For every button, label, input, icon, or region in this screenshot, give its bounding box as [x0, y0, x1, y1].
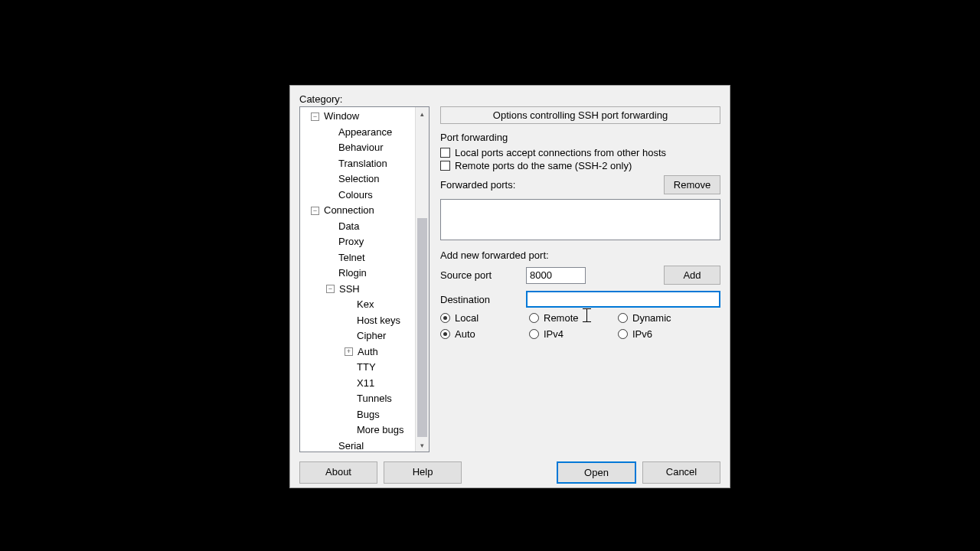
add-new-label: Add new forwarded port:: [440, 249, 720, 261]
about-button[interactable]: About: [299, 461, 377, 484]
tree-item-window[interactable]: −Window: [302, 109, 415, 125]
tree-item-host-keys[interactable]: Host keys: [302, 313, 415, 329]
radio-label: Dynamic: [632, 312, 671, 324]
tree-item-label: Telnet: [337, 250, 367, 266]
forwarded-ports-label: Forwarded ports:: [440, 179, 515, 191]
scroll-down-button[interactable]: ▾: [416, 439, 429, 452]
remove-button[interactable]: Remove: [664, 175, 720, 194]
tree-item-kex[interactable]: Kex: [302, 297, 415, 313]
open-button[interactable]: Open: [557, 461, 636, 484]
tree-item-label: TTY: [355, 360, 377, 376]
tree-item-ssh[interactable]: −SSH: [302, 282, 415, 298]
collapse-icon[interactable]: −: [311, 207, 319, 215]
tree-item-label: Colours: [337, 187, 374, 204]
forwarded-ports-listbox[interactable]: [440, 199, 720, 240]
family-auto-radio[interactable]: Auto: [440, 328, 529, 340]
tree-item-bugs[interactable]: Bugs: [302, 407, 415, 423]
radio-icon: [529, 329, 539, 339]
tree-item-label: Host keys: [355, 313, 402, 329]
checkbox-icon: [440, 161, 450, 171]
tree-item-label: Translation: [337, 156, 389, 172]
category-label: Category:: [299, 93, 720, 105]
panel-title: Options controlling SSH port forwarding: [440, 106, 720, 124]
tree-item-label: Bugs: [355, 407, 381, 423]
checkbox-icon: [440, 148, 450, 158]
expand-icon[interactable]: +: [345, 347, 353, 356]
options-panel: Options controlling SSH port forwarding …: [440, 106, 720, 452]
tree-item-data[interactable]: Data: [302, 219, 415, 235]
radio-label: Local: [455, 312, 479, 324]
tree-item-appearance[interactable]: Appearance: [302, 125, 415, 141]
radio-label: Remote: [544, 312, 579, 324]
tree-item-auth[interactable]: +Auth: [302, 344, 415, 360]
tree-item-telnet[interactable]: Telnet: [302, 250, 415, 266]
tree-item-label: Selection: [337, 171, 381, 187]
checkbox-label: Local ports accept connections from othe…: [455, 147, 666, 158]
tree-item-label: Appearance: [337, 125, 394, 141]
tree-item-label: SSH: [338, 282, 361, 298]
checkbox-label: Remote ports do the same (SSH-2 only): [455, 160, 632, 171]
radio-label: IPv4: [544, 328, 564, 340]
tree-item-connection[interactable]: −Connection: [302, 203, 415, 219]
collapse-icon[interactable]: −: [311, 112, 319, 121]
type-dynamic-radio[interactable]: Dynamic: [618, 312, 707, 324]
radio-label: Auto: [455, 328, 475, 340]
help-button[interactable]: Help: [384, 461, 462, 484]
destination-label: Destination: [440, 294, 526, 305]
type-remote-radio[interactable]: Remote: [529, 312, 618, 324]
tree-item-label: Proxy: [337, 234, 365, 250]
scroll-thumb[interactable]: [417, 218, 427, 437]
tree-item-tty[interactable]: TTY: [302, 360, 415, 376]
tree-item-rlogin[interactable]: Rlogin: [302, 266, 415, 282]
tree-scrollbar[interactable]: ▴ ▾: [415, 107, 429, 452]
tree-item-label: More bugs: [355, 422, 405, 439]
radio-icon: [618, 329, 628, 339]
type-local-radio[interactable]: Local: [440, 312, 529, 324]
add-button[interactable]: Add: [664, 266, 720, 285]
category-tree[interactable]: −WindowAppearanceBehaviourTranslationSel…: [299, 106, 430, 452]
tree-item-label: Cipher: [355, 328, 387, 344]
tree-item-cipher[interactable]: Cipher: [302, 328, 415, 344]
tree-item-label: Tunnels: [355, 391, 394, 407]
tree-item-label: X11: [355, 376, 376, 392]
collapse-icon[interactable]: −: [326, 285, 335, 293]
scroll-track[interactable]: [416, 120, 429, 439]
radio-label: IPv6: [632, 328, 652, 340]
scroll-up-button[interactable]: ▴: [416, 107, 429, 120]
family-ipv4-radio[interactable]: IPv4: [529, 328, 618, 340]
tree-item-more-bugs[interactable]: More bugs: [302, 422, 415, 439]
tree-item-behaviour[interactable]: Behaviour: [302, 140, 415, 156]
port-forwarding-group-label: Port forwarding: [440, 132, 720, 143]
tree-item-label: Behaviour: [337, 140, 385, 156]
source-port-input[interactable]: [526, 267, 586, 284]
radio-icon: [440, 329, 450, 339]
tree-item-x11[interactable]: X11: [302, 376, 415, 392]
radio-icon: [440, 313, 450, 323]
dialog-button-row: About Help Open Cancel: [299, 461, 720, 484]
tree-item-colours[interactable]: Colours: [302, 187, 415, 204]
tree-item-label: Rlogin: [337, 266, 368, 282]
tree-item-translation[interactable]: Translation: [302, 156, 415, 172]
tree-item-label: Connection: [322, 203, 376, 219]
destination-input[interactable]: [526, 291, 720, 308]
radio-icon: [618, 313, 628, 323]
tree-item-label: Auth: [356, 344, 380, 360]
putty-config-dialog: Category: −WindowAppearanceBehaviourTran…: [289, 85, 730, 488]
source-port-label: Source port: [440, 269, 526, 281]
remote-ports-checkbox[interactable]: Remote ports do the same (SSH-2 only): [440, 160, 720, 171]
tree-item-proxy[interactable]: Proxy: [302, 234, 415, 250]
radio-icon: [529, 313, 539, 323]
family-ipv6-radio[interactable]: IPv6: [618, 328, 707, 340]
tree-item-serial[interactable]: Serial: [302, 439, 415, 452]
tree-item-label: Window: [322, 109, 361, 125]
tree-item-selection[interactable]: Selection: [302, 171, 415, 187]
tree-item-label: Serial: [337, 439, 365, 452]
local-ports-checkbox[interactable]: Local ports accept connections from othe…: [440, 147, 720, 158]
cancel-button[interactable]: Cancel: [642, 461, 720, 484]
tree-item-tunnels[interactable]: Tunnels: [302, 391, 415, 407]
tree-item-label: Data: [337, 219, 361, 235]
tree-item-label: Kex: [355, 297, 375, 313]
